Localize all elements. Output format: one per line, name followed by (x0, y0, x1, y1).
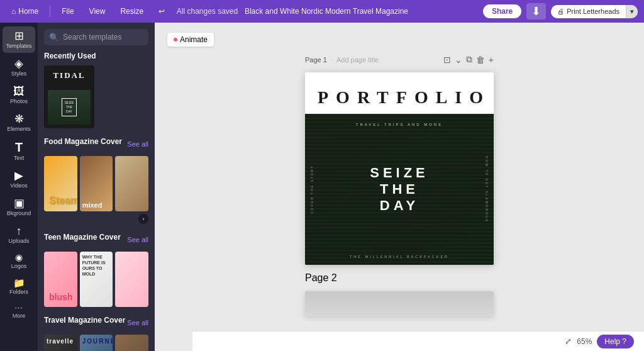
food-thumb-mixed[interactable]: mixed (80, 156, 113, 211)
share-button[interactable]: Share (483, 4, 521, 18)
food-section-header: Food Magazine Cover See all (44, 137, 148, 151)
page2-label: Page 2 (305, 272, 337, 284)
tidal-subtitle: SEIZETHEDAY (62, 98, 77, 116)
page-add-icon[interactable]: + (489, 55, 494, 65)
help-button[interactable]: Help ? (597, 335, 634, 348)
travel-thumb-3[interactable] (115, 335, 148, 351)
more-icon: ··· (14, 304, 23, 311)
sidebar-item-uploads[interactable]: ↑ Uploads (3, 221, 35, 248)
teen-thumb-3[interactable] (115, 252, 148, 307)
animate-dot (174, 38, 177, 42)
sidebar-item-videos[interactable]: ▶ Videos (3, 166, 35, 192)
page-delete-icon[interactable]: 🗑 (476, 55, 485, 65)
page1-add-title[interactable]: Add page title (336, 56, 379, 64)
portfolio-header: PORTFOLIO (305, 72, 494, 114)
print-dropdown-button[interactable]: ▾ (626, 5, 638, 18)
zoom-level: 65% (577, 337, 592, 346)
page-icons: ⊡ ⌄ ⧉ 🗑 + (443, 54, 494, 65)
folders-icon: 📁 (13, 278, 25, 287)
tidal-thumbnail[interactable]: TIDAL SEIZETHEDAY (44, 65, 94, 128)
sidebar-item-styles[interactable]: ◈ Styles (3, 54, 35, 81)
seize-line1: SEIZE (370, 165, 429, 181)
main-layout: ⊞ Templates ◈ Styles 🖼 Photos ❋ Elements… (0, 23, 644, 351)
videos-icon: ▶ (14, 170, 23, 181)
seize-text-block: SEIZE THE DAY (370, 165, 429, 214)
vertical-text-left: COVER THE STORY (310, 165, 314, 214)
sidebar-item-templates[interactable]: ⊞ Templates (3, 26, 35, 53)
teen-section-header: Teen Magazine Cover See all (44, 233, 148, 247)
bottom-bar: ⤢ 65% Help ? (192, 331, 644, 351)
page-layout-icon[interactable]: ⊡ (443, 55, 451, 65)
divider-1 (50, 6, 50, 17)
elements-icon: ❋ (14, 113, 24, 125)
page-wrapper: Page 1 · Add page title ⊡ ⌄ ⧉ 🗑 + PORTFO… (167, 54, 631, 316)
canvas-area: Animate Page 1 · Add page title ⊡ ⌄ ⧉ 🗑 … (155, 23, 644, 351)
undo-button[interactable]: ↩ (153, 4, 170, 18)
sidebar-item-photos[interactable]: 🖼 Photos (3, 82, 35, 108)
text-icon: T (15, 141, 23, 153)
teen-grid: blush WHY THE FUTURE IS OURS TO MOLD (44, 252, 148, 307)
search-box: 🔍 ⊟ (44, 29, 148, 45)
logos-icon: ◉ (15, 253, 23, 262)
seize-line2: THE (370, 181, 429, 198)
styles-icon: ◈ (14, 58, 23, 69)
page1-label: Page 1 (305, 56, 327, 64)
home-button[interactable]: ⌂ Home (6, 4, 43, 18)
canvas-page-2-preview[interactable] (305, 291, 494, 316)
travel-section: Travel Magazine Cover See all travelle J… (44, 316, 148, 351)
zoom-out-button[interactable]: ⤢ (565, 337, 572, 346)
food-nav-arrow[interactable]: › (138, 214, 148, 224)
travelle-label: travelle (44, 335, 76, 348)
sidebar-item-elements[interactable]: ❋ Elements (3, 109, 35, 136)
search-icon: 🔍 (49, 33, 59, 42)
travel-thumb-journey[interactable]: JOURNEY (80, 335, 113, 351)
background-icon: ▣ (14, 198, 25, 209)
tidal-title: TIDAL (48, 70, 91, 81)
page-chevron-down[interactable]: ⌄ (455, 55, 462, 65)
travel-thumb-travelle[interactable]: travelle (44, 335, 77, 351)
animate-bar: Animate (167, 33, 631, 47)
vertical-text-right: HOW TO GET GLAMOROUS (485, 156, 489, 223)
portfolio-title: PORTFOLIO (318, 87, 481, 108)
save-status: All changes saved (175, 7, 240, 16)
doc-title: Black and White Nordic Modern Travel Mag… (245, 7, 408, 16)
print-button[interactable]: 🖨 Print Letterheads (551, 5, 626, 18)
food-thumb-steam[interactable]: Steam (44, 156, 77, 211)
mixed-label: mixed (80, 199, 105, 211)
teen-thumb-future[interactable]: WHY THE FUTURE IS OURS TO MOLD (80, 252, 113, 307)
travel-see-all[interactable]: See all (127, 319, 148, 326)
food-thumb-3[interactable] (115, 156, 148, 211)
teen-section-title: Teen Magazine Cover (44, 233, 121, 242)
top-bar: ⌂ Home File View Resize ↩ All changes sa… (0, 0, 644, 23)
animate-button[interactable]: Animate (167, 33, 214, 47)
travel-section-title: Travel Magazine Cover (44, 316, 125, 325)
tidal-image: SEIZETHEDAY (48, 90, 91, 125)
canvas-page-1[interactable]: PORTFOLIO TRAVEL TRIPS AND MORE COVER TH… (305, 72, 494, 265)
download-button[interactable]: ⬇ (526, 3, 546, 20)
food-section-title: Food Magazine Cover (44, 137, 122, 146)
sidebar-item-folders[interactable]: 📁 Folders (3, 274, 35, 299)
sidebar-item-text[interactable]: T Text (3, 137, 35, 165)
millennial-text: THE MILLENNIAL BACKPACKER (350, 255, 449, 259)
food-see-all[interactable]: See all (127, 140, 148, 148)
home-icon: ⌂ (11, 7, 16, 16)
steam-label: Steam (47, 192, 77, 209)
file-button[interactable]: File (57, 4, 79, 18)
resize-button[interactable]: Resize (115, 4, 148, 18)
journey-label: JOURNEY (80, 335, 113, 348)
travel-section-header: Travel Magazine Cover See all (44, 316, 148, 330)
sidebar-item-background[interactable]: ▣ Bkground (3, 194, 35, 220)
teen-see-all[interactable]: See all (127, 236, 148, 243)
recently-used-section: Recently Used TIDAL SEIZETHEDAY (44, 52, 148, 128)
page-copy-icon[interactable]: ⧉ (466, 54, 472, 65)
search-input[interactable] (63, 33, 155, 42)
travel-subtitle: TRAVEL TRIPS AND MORE (356, 123, 443, 126)
page2-label-row: Page 2 (305, 272, 494, 284)
sidebar-item-more[interactable]: ··· More (3, 300, 35, 323)
seize-line3: DAY (370, 198, 429, 214)
photos-icon: 🖼 (13, 86, 25, 97)
sidebar-item-logos[interactable]: ◉ Logos (3, 249, 35, 273)
teen-thumb-blush[interactable]: blush (44, 252, 77, 307)
food-grid: Steam mixed › (44, 156, 148, 224)
view-button[interactable]: View (84, 4, 111, 18)
